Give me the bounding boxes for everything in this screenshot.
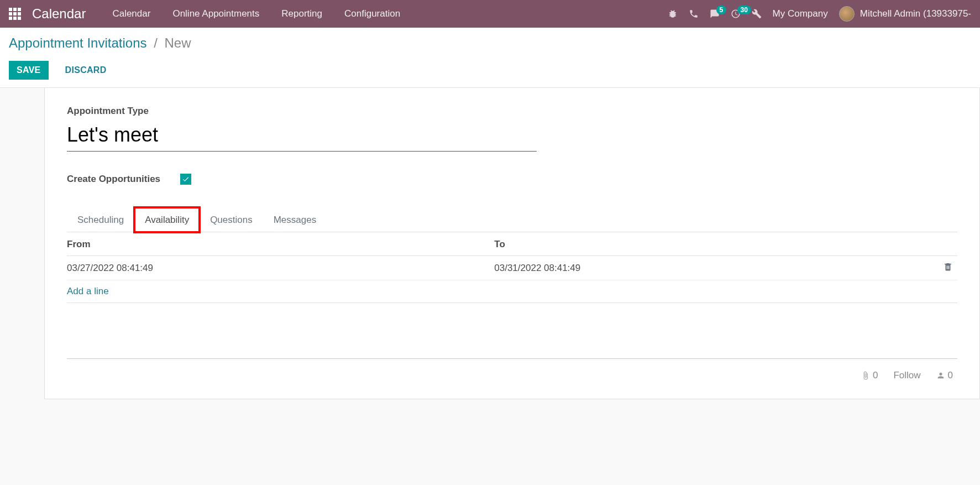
- cell-from[interactable]: 03/27/2022 08:41:49: [67, 256, 494, 280]
- discard-button[interactable]: DISCARD: [57, 61, 114, 80]
- check-icon: [182, 175, 190, 183]
- breadcrumb-current: New: [165, 35, 191, 50]
- person-icon: [936, 371, 945, 380]
- tab-questions[interactable]: Questions: [200, 207, 263, 232]
- table-row-add: Add a line: [67, 280, 957, 303]
- save-button[interactable]: SAVE: [9, 61, 49, 80]
- col-delete-header: [922, 232, 957, 256]
- attachments-number: 0: [873, 370, 878, 381]
- followers-number: 0: [948, 370, 953, 381]
- attachment-icon: [861, 371, 870, 380]
- col-to-header: To: [494, 232, 921, 256]
- bug-icon[interactable]: [668, 9, 678, 19]
- messages-icon[interactable]: 5: [710, 9, 720, 19]
- breadcrumb-sep: /: [154, 35, 158, 50]
- control-bar: Appointment Invitations / New SAVE DISCA…: [0, 28, 980, 88]
- activities-badge: 30: [737, 6, 751, 14]
- breadcrumb: Appointment Invitations / New: [9, 35, 971, 51]
- create-opportunities-row: Create Opportunities: [67, 174, 957, 185]
- button-row: SAVE DISCARD: [9, 61, 971, 87]
- apps-icon[interactable]: [9, 8, 21, 20]
- availability-table: From To 03/27/2022 08:41:49 03/31/2022 0…: [67, 232, 957, 303]
- app-title[interactable]: Calendar: [32, 6, 86, 22]
- nav-right: 5 30 My Company Mitchell Admin (13933975…: [668, 6, 971, 22]
- company-selector[interactable]: My Company: [773, 8, 828, 19]
- cell-to[interactable]: 03/31/2022 08:41:49: [494, 256, 921, 280]
- form-sheet: Appointment Type Create Opportunities Sc…: [44, 88, 980, 399]
- followers-count[interactable]: 0: [936, 370, 953, 381]
- tab-scheduling[interactable]: Scheduling: [67, 207, 134, 232]
- create-opportunities-label: Create Opportunities: [67, 174, 160, 185]
- follow-button[interactable]: Follow: [893, 370, 920, 381]
- tab-availability[interactable]: Availability: [134, 207, 200, 232]
- nav-calendar[interactable]: Calendar: [112, 8, 150, 19]
- nav-online-appointments[interactable]: Online Appointments: [172, 8, 259, 19]
- messages-badge: 5: [716, 6, 727, 14]
- attachments-count[interactable]: 0: [861, 370, 878, 381]
- create-opportunities-checkbox[interactable]: [180, 174, 191, 185]
- avatar: [839, 6, 855, 22]
- tab-messages[interactable]: Messages: [263, 207, 327, 232]
- appointment-type-label: Appointment Type: [67, 106, 957, 117]
- content-wrap: Appointment Type Create Opportunities Sc…: [0, 88, 980, 399]
- add-line-link[interactable]: Add a line: [67, 286, 109, 296]
- nav-configuration[interactable]: Configuration: [344, 8, 400, 19]
- user-menu[interactable]: Mitchell Admin (13933975-: [839, 6, 971, 22]
- col-from-header: From: [67, 232, 494, 256]
- nav-links: Calendar Online Appointments Reporting C…: [112, 8, 400, 19]
- trash-icon[interactable]: [943, 263, 953, 274]
- table-row[interactable]: 03/27/2022 08:41:49 03/31/2022 08:41:49: [67, 256, 957, 280]
- breadcrumb-parent[interactable]: Appointment Invitations: [9, 35, 146, 50]
- activities-icon[interactable]: 30: [731, 9, 741, 19]
- appointment-type-input[interactable]: [67, 121, 537, 152]
- top-navbar: Calendar Calendar Online Appointments Re…: [0, 0, 980, 28]
- chatter-bar: 0 Follow 0: [67, 359, 957, 385]
- nav-reporting[interactable]: Reporting: [281, 8, 322, 19]
- phone-icon[interactable]: [689, 9, 699, 19]
- tabs: Scheduling Availability Questions Messag…: [67, 207, 957, 232]
- username: Mitchell Admin (13933975-: [860, 8, 971, 19]
- tools-icon[interactable]: [752, 9, 762, 19]
